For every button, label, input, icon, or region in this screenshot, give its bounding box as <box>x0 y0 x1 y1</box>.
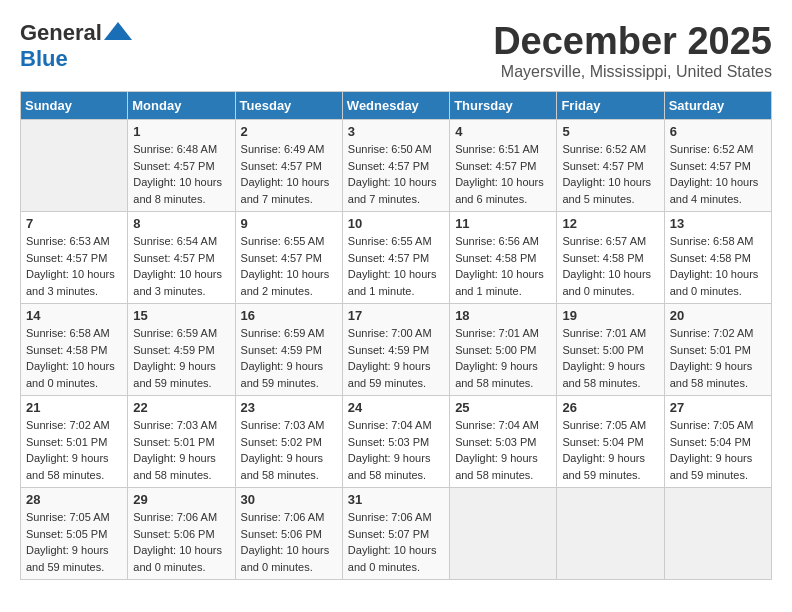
day-info: Sunrise: 7:02 AMSunset: 5:01 PMDaylight:… <box>670 325 766 391</box>
day-number: 10 <box>348 216 444 231</box>
location-title: Mayersville, Mississippi, United States <box>493 63 772 81</box>
day-number: 27 <box>670 400 766 415</box>
day-info: Sunrise: 6:49 AMSunset: 4:57 PMDaylight:… <box>241 141 337 207</box>
header-tuesday: Tuesday <box>235 92 342 120</box>
day-cell: 13Sunrise: 6:58 AMSunset: 4:58 PMDayligh… <box>664 212 771 304</box>
day-cell: 4Sunrise: 6:51 AMSunset: 4:57 PMDaylight… <box>450 120 557 212</box>
day-number: 9 <box>241 216 337 231</box>
day-cell: 25Sunrise: 7:04 AMSunset: 5:03 PMDayligh… <box>450 396 557 488</box>
day-info: Sunrise: 6:55 AMSunset: 4:57 PMDaylight:… <box>241 233 337 299</box>
day-info: Sunrise: 7:02 AMSunset: 5:01 PMDaylight:… <box>26 417 122 483</box>
day-info: Sunrise: 6:52 AMSunset: 4:57 PMDaylight:… <box>670 141 766 207</box>
day-info: Sunrise: 7:04 AMSunset: 5:03 PMDaylight:… <box>348 417 444 483</box>
day-info: Sunrise: 7:05 AMSunset: 5:04 PMDaylight:… <box>562 417 658 483</box>
day-info: Sunrise: 6:58 AMSunset: 4:58 PMDaylight:… <box>670 233 766 299</box>
day-cell: 23Sunrise: 7:03 AMSunset: 5:02 PMDayligh… <box>235 396 342 488</box>
month-title: December 2025 <box>493 20 772 63</box>
day-number: 11 <box>455 216 551 231</box>
logo: General Blue <box>20 20 132 73</box>
header-sunday: Sunday <box>21 92 128 120</box>
day-cell: 10Sunrise: 6:55 AMSunset: 4:57 PMDayligh… <box>342 212 449 304</box>
day-cell: 6Sunrise: 6:52 AMSunset: 4:57 PMDaylight… <box>664 120 771 212</box>
day-cell: 18Sunrise: 7:01 AMSunset: 5:00 PMDayligh… <box>450 304 557 396</box>
day-cell: 19Sunrise: 7:01 AMSunset: 5:00 PMDayligh… <box>557 304 664 396</box>
day-info: Sunrise: 7:03 AMSunset: 5:02 PMDaylight:… <box>241 417 337 483</box>
day-number: 24 <box>348 400 444 415</box>
page-header: General Blue December 2025 Mayersville, … <box>20 20 772 81</box>
day-number: 29 <box>133 492 229 507</box>
day-cell <box>450 488 557 580</box>
day-info: Sunrise: 6:57 AMSunset: 4:58 PMDaylight:… <box>562 233 658 299</box>
day-info: Sunrise: 6:56 AMSunset: 4:58 PMDaylight:… <box>455 233 551 299</box>
title-block: December 2025 Mayersville, Mississippi, … <box>493 20 772 81</box>
day-number: 15 <box>133 308 229 323</box>
svg-marker-0 <box>104 22 132 40</box>
week-row-1: 1Sunrise: 6:48 AMSunset: 4:57 PMDaylight… <box>21 120 772 212</box>
day-number: 13 <box>670 216 766 231</box>
day-cell: 31Sunrise: 7:06 AMSunset: 5:07 PMDayligh… <box>342 488 449 580</box>
day-cell: 2Sunrise: 6:49 AMSunset: 4:57 PMDaylight… <box>235 120 342 212</box>
day-cell: 3Sunrise: 6:50 AMSunset: 4:57 PMDaylight… <box>342 120 449 212</box>
day-number: 2 <box>241 124 337 139</box>
day-number: 31 <box>348 492 444 507</box>
day-cell: 14Sunrise: 6:58 AMSunset: 4:58 PMDayligh… <box>21 304 128 396</box>
day-info: Sunrise: 7:05 AMSunset: 5:05 PMDaylight:… <box>26 509 122 575</box>
header-saturday: Saturday <box>664 92 771 120</box>
header-thursday: Thursday <box>450 92 557 120</box>
day-info: Sunrise: 7:06 AMSunset: 5:07 PMDaylight:… <box>348 509 444 575</box>
day-cell: 12Sunrise: 6:57 AMSunset: 4:58 PMDayligh… <box>557 212 664 304</box>
day-cell: 26Sunrise: 7:05 AMSunset: 5:04 PMDayligh… <box>557 396 664 488</box>
day-number: 26 <box>562 400 658 415</box>
day-info: Sunrise: 7:00 AMSunset: 4:59 PMDaylight:… <box>348 325 444 391</box>
day-cell: 20Sunrise: 7:02 AMSunset: 5:01 PMDayligh… <box>664 304 771 396</box>
day-number: 4 <box>455 124 551 139</box>
day-cell <box>557 488 664 580</box>
day-number: 6 <box>670 124 766 139</box>
day-number: 7 <box>26 216 122 231</box>
day-info: Sunrise: 6:51 AMSunset: 4:57 PMDaylight:… <box>455 141 551 207</box>
day-info: Sunrise: 6:58 AMSunset: 4:58 PMDaylight:… <box>26 325 122 391</box>
day-info: Sunrise: 7:06 AMSunset: 5:06 PMDaylight:… <box>241 509 337 575</box>
day-number: 22 <box>133 400 229 415</box>
day-cell: 9Sunrise: 6:55 AMSunset: 4:57 PMDaylight… <box>235 212 342 304</box>
day-number: 3 <box>348 124 444 139</box>
day-info: Sunrise: 6:52 AMSunset: 4:57 PMDaylight:… <box>562 141 658 207</box>
day-cell: 15Sunrise: 6:59 AMSunset: 4:59 PMDayligh… <box>128 304 235 396</box>
day-number: 21 <box>26 400 122 415</box>
logo-text: General Blue <box>20 20 132 73</box>
day-number: 12 <box>562 216 658 231</box>
header-monday: Monday <box>128 92 235 120</box>
calendar-header-row: SundayMondayTuesdayWednesdayThursdayFrid… <box>21 92 772 120</box>
day-info: Sunrise: 6:53 AMSunset: 4:57 PMDaylight:… <box>26 233 122 299</box>
week-row-4: 21Sunrise: 7:02 AMSunset: 5:01 PMDayligh… <box>21 396 772 488</box>
day-info: Sunrise: 7:03 AMSunset: 5:01 PMDaylight:… <box>133 417 229 483</box>
day-number: 5 <box>562 124 658 139</box>
day-number: 18 <box>455 308 551 323</box>
week-row-3: 14Sunrise: 6:58 AMSunset: 4:58 PMDayligh… <box>21 304 772 396</box>
day-cell: 7Sunrise: 6:53 AMSunset: 4:57 PMDaylight… <box>21 212 128 304</box>
day-number: 25 <box>455 400 551 415</box>
day-cell: 24Sunrise: 7:04 AMSunset: 5:03 PMDayligh… <box>342 396 449 488</box>
day-cell <box>21 120 128 212</box>
day-number: 30 <box>241 492 337 507</box>
week-row-2: 7Sunrise: 6:53 AMSunset: 4:57 PMDaylight… <box>21 212 772 304</box>
day-info: Sunrise: 7:01 AMSunset: 5:00 PMDaylight:… <box>562 325 658 391</box>
logo-icon <box>104 20 132 46</box>
day-cell: 30Sunrise: 7:06 AMSunset: 5:06 PMDayligh… <box>235 488 342 580</box>
day-info: Sunrise: 7:06 AMSunset: 5:06 PMDaylight:… <box>133 509 229 575</box>
day-number: 17 <box>348 308 444 323</box>
day-info: Sunrise: 7:05 AMSunset: 5:04 PMDaylight:… <box>670 417 766 483</box>
day-number: 28 <box>26 492 122 507</box>
day-cell: 21Sunrise: 7:02 AMSunset: 5:01 PMDayligh… <box>21 396 128 488</box>
day-cell: 28Sunrise: 7:05 AMSunset: 5:05 PMDayligh… <box>21 488 128 580</box>
day-number: 8 <box>133 216 229 231</box>
day-info: Sunrise: 6:55 AMSunset: 4:57 PMDaylight:… <box>348 233 444 299</box>
header-friday: Friday <box>557 92 664 120</box>
day-cell: 22Sunrise: 7:03 AMSunset: 5:01 PMDayligh… <box>128 396 235 488</box>
day-number: 16 <box>241 308 337 323</box>
calendar-table: SundayMondayTuesdayWednesdayThursdayFrid… <box>20 91 772 580</box>
day-number: 1 <box>133 124 229 139</box>
day-number: 14 <box>26 308 122 323</box>
day-info: Sunrise: 6:48 AMSunset: 4:57 PMDaylight:… <box>133 141 229 207</box>
week-row-5: 28Sunrise: 7:05 AMSunset: 5:05 PMDayligh… <box>21 488 772 580</box>
